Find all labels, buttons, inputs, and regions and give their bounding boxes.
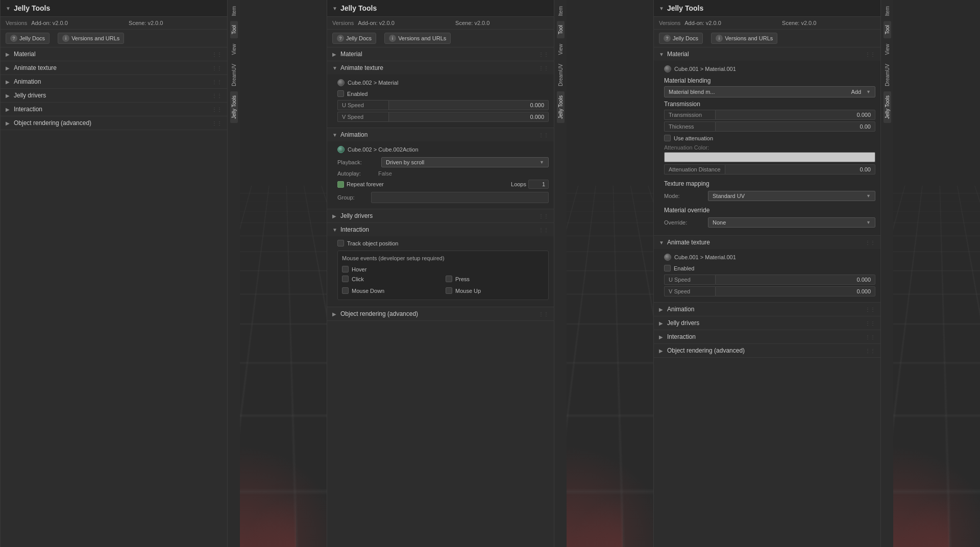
- mid-hover-row[interactable]: Hover: [342, 264, 544, 274]
- right-atten-dist-val[interactable]: 0.00: [725, 164, 875, 175]
- right-tab-view[interactable]: View: [884, 40, 891, 59]
- left-docs-button[interactable]: ? Jelly Docs: [6, 33, 50, 44]
- right-enabled-checkbox[interactable]: [664, 265, 671, 271]
- mid-v-speed-val[interactable]: 0.000: [388, 112, 549, 122]
- mid-object-rendering-header[interactable]: ▶ Object rendering (advanced) ⋮⋮: [327, 307, 554, 320]
- right-enabled-row[interactable]: Enabled: [664, 263, 875, 273]
- mid-press-checkbox[interactable]: [446, 276, 452, 282]
- left-jelly-drivers-header[interactable]: ▶ Jelly drivers ⋮⋮: [1, 89, 227, 102]
- right-mat-sphere-icon: [664, 65, 671, 72]
- mid-mousedown-label: Mouse Down: [352, 288, 384, 294]
- mid-click-row[interactable]: Click: [342, 274, 440, 284]
- left-tab-tool[interactable]: Tool: [230, 21, 238, 38]
- right-object-rendering-arrow: ▶: [659, 348, 664, 354]
- right-at-sub-header: Cube.001 > Material.001: [664, 251, 875, 263]
- mid-tab-item[interactable]: Item: [557, 2, 565, 20]
- mid-mousedown-row[interactable]: Mouse Down: [342, 286, 440, 295]
- mid-group-input[interactable]: [371, 192, 549, 203]
- right-thickness-val[interactable]: 0.00: [715, 121, 875, 132]
- mid-info-icon: i: [389, 35, 396, 42]
- mid-enabled-row[interactable]: Enabled: [337, 89, 549, 98]
- right-viewport[interactable]: [893, 0, 980, 547]
- mid-versions-button[interactable]: i Versions and URLs: [384, 33, 451, 44]
- right-transmission-row: Transmission 0.000: [664, 110, 875, 120]
- right-material-header[interactable]: ▼ Material ⋮⋮: [654, 47, 880, 61]
- mid-anim-path: Cube.002 > Cube.002Action: [348, 146, 419, 153]
- right-tab-item[interactable]: Item: [884, 2, 891, 20]
- right-use-atten-row[interactable]: Use attenuation: [664, 133, 875, 143]
- mid-repeat-check[interactable]: Repeat forever: [337, 181, 508, 188]
- left-interaction-header[interactable]: ▶ Interaction ⋮⋮: [1, 103, 227, 116]
- mid-viewport[interactable]: [567, 0, 653, 547]
- right-object-rendering-header[interactable]: ▶ Object rendering (advanced) ⋮⋮: [654, 344, 880, 357]
- right-jelly-drivers-header[interactable]: ▶ Jelly drivers ⋮⋮: [654, 316, 880, 330]
- right-u-speed-val[interactable]: 0.000: [715, 275, 875, 285]
- mid-mouseup-row[interactable]: Mouse Up: [446, 286, 544, 295]
- mid-mouseup-checkbox[interactable]: [446, 287, 452, 294]
- left-tab-view[interactable]: View: [230, 40, 238, 59]
- mid-enabled-label: Enabled: [347, 91, 368, 97]
- right-mat-blend-label: Material blend m...: [669, 89, 715, 95]
- mid-hover-checkbox[interactable]: [342, 266, 349, 272]
- mid-u-speed-val[interactable]: 0.000: [388, 100, 549, 110]
- right-atten-color-swatch[interactable]: [664, 152, 875, 162]
- right-versions-button[interactable]: i Versions and URLs: [711, 33, 777, 44]
- mid-material-header[interactable]: ▶ Material ⋮⋮: [327, 47, 554, 61]
- mid-at-sphere-icon: [337, 79, 345, 86]
- right-v-speed-val[interactable]: 0.000: [715, 286, 875, 296]
- right-tab-dreamuv[interactable]: DreamUV: [884, 60, 891, 90]
- left-viewport[interactable]: [240, 0, 327, 547]
- left-animation-title: Animation: [14, 78, 41, 85]
- right-docs-button[interactable]: ? Jelly Docs: [659, 33, 703, 44]
- mid-enabled-checkbox[interactable]: [337, 90, 344, 97]
- mid-animate-texture-header[interactable]: ▼ Animate texture ⋮⋮: [327, 61, 554, 74]
- left-object-rendering-title: Object rendering (advanced): [14, 119, 91, 127]
- left-versions-button[interactable]: i Versions and URLs: [58, 33, 124, 44]
- right-question-icon: ?: [664, 35, 671, 42]
- mid-mouseup-label: Mouse Up: [455, 288, 481, 294]
- mid-track-obj-row[interactable]: Track object position: [337, 238, 549, 248]
- left-tab-item[interactable]: Item: [230, 2, 238, 20]
- right-tab-tool[interactable]: Tool: [884, 21, 891, 38]
- left-animate-texture-header[interactable]: ▶ Animate texture ⋮⋮: [1, 61, 227, 74]
- mid-animation-content: Cube.002 > Cube.002Action Playback: Driv…: [327, 141, 554, 209]
- right-interaction-header[interactable]: ▶ Interaction ⋮⋮: [654, 330, 880, 343]
- mid-material-drag: ⋮⋮: [538, 52, 549, 57]
- right-animate-texture-header[interactable]: ▼ Animate texture ⋮⋮: [654, 236, 880, 249]
- right-collapse-arrow[interactable]: ▼: [659, 6, 664, 11]
- mid-mousedown-checkbox[interactable]: [342, 287, 349, 294]
- mid-animation-header[interactable]: ▼ Animation ⋮⋮: [327, 128, 554, 141]
- left-tab-jelly-tools[interactable]: Jelly Tools: [230, 91, 238, 123]
- mid-interaction-header[interactable]: ▼ Interaction ⋮⋮: [327, 223, 554, 236]
- mid-docs-button[interactable]: ? Jelly Docs: [332, 33, 376, 44]
- mid-tab-view[interactable]: View: [557, 40, 565, 59]
- right-mode-label: Mode:: [664, 193, 705, 199]
- right-mode-select[interactable]: Standard UV ▼: [708, 191, 875, 201]
- right-override-row: Override: None ▼: [664, 216, 875, 229]
- right-mat-blend-select[interactable]: Material blend m... Add ▼: [664, 86, 875, 97]
- mid-jelly-drivers-header[interactable]: ▶ Jelly drivers ⋮⋮: [327, 209, 554, 222]
- right-override-select[interactable]: None ▼: [708, 217, 875, 228]
- left-material-arrow: ▶: [6, 52, 11, 57]
- right-transmission-val[interactable]: 0.000: [715, 110, 875, 120]
- mid-tab-tool[interactable]: Tool: [557, 21, 565, 38]
- left-tab-dreamuv[interactable]: DreamUV: [230, 60, 238, 90]
- mid-track-obj-checkbox[interactable]: [337, 240, 344, 246]
- left-material-header[interactable]: ▶ Material ⋮⋮: [1, 47, 227, 61]
- mid-tab-jelly-tools[interactable]: Jelly Tools: [557, 91, 565, 123]
- left-collapse-arrow[interactable]: ▼: [6, 6, 11, 11]
- mid-animate-texture-title: Animate texture: [340, 64, 383, 71]
- mid-loops-input[interactable]: 1: [528, 180, 549, 189]
- mid-press-row[interactable]: Press: [446, 274, 544, 284]
- mid-collapse-arrow[interactable]: ▼: [332, 6, 337, 11]
- mid-playback-select[interactable]: Driven by scroll ▼: [381, 157, 549, 167]
- right-use-atten-checkbox[interactable]: [664, 135, 671, 141]
- mid-click-checkbox[interactable]: [342, 276, 349, 282]
- right-tab-jelly-tools[interactable]: Jelly Tools: [884, 91, 891, 123]
- left-object-rendering-header[interactable]: ▶ Object rendering (advanced) ⋮⋮: [1, 116, 227, 130]
- left-viewport-red-accent2: [245, 496, 296, 547]
- mid-repeat-checkbox[interactable]: [337, 181, 344, 188]
- right-animation-header[interactable]: ▶ Animation ⋮⋮: [654, 303, 880, 316]
- left-animation-header[interactable]: ▶ Animation ⋮⋮: [1, 75, 227, 88]
- mid-tab-dreamuv[interactable]: DreamUV: [557, 60, 565, 90]
